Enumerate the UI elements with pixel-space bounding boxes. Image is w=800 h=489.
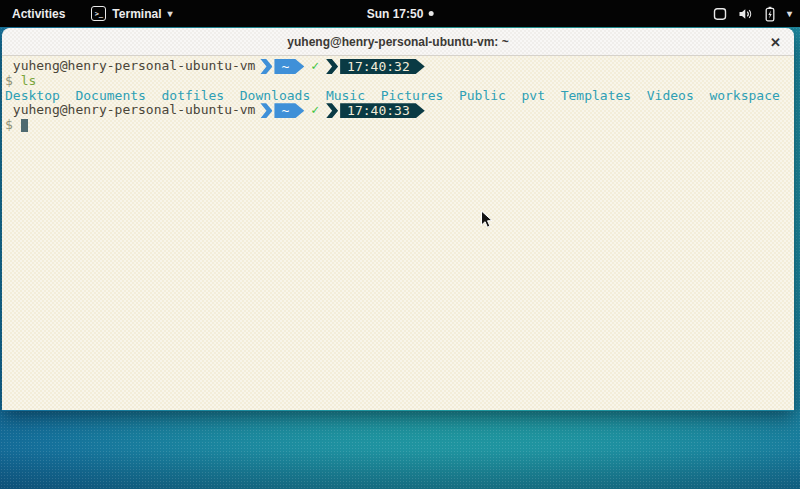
terminal-window: yuheng@henry-personal-ubuntu-vm: ~ ✕ yuh… [2,28,794,411]
directory-name: Music [326,89,365,104]
close-button[interactable]: ✕ [770,35,781,48]
window-title: yuheng@henry-personal-ubuntu-vm: ~ [287,35,508,49]
typed-command: ls [21,74,37,89]
directory-name: Downloads [240,89,310,104]
shell-prompt-line: yuheng@henry-personal-ubuntu-vm ~ ✓ 17:4… [5,59,794,74]
directory-name: dotfiles [162,89,225,104]
shell-prompt-line: yuheng@henry-personal-ubuntu-vm ~ ✓ 17:4… [5,103,794,118]
powerline-arrow-icon [326,59,338,74]
volume-icon [737,6,753,22]
battery-charging-icon [762,6,778,22]
chevron-down-icon: ▾ [787,9,792,19]
prompt-status-check-icon: ✓ [311,103,319,118]
top-bar-left: Activities >_ Terminal ▾ [8,6,177,21]
shell-symbol: $ [5,118,13,133]
terminal-app-icon: >_ [91,6,106,21]
screen: Activities >_ Terminal ▾ Sun 17:50 [0,0,800,489]
directory-name: Desktop [5,89,60,104]
prompt-time-segment: 17:40:33 [340,103,425,118]
mouse-cursor-icon [480,210,494,230]
powerline-arrow-icon [260,59,272,74]
terminal-content[interactable]: yuheng@henry-personal-ubuntu-vm ~ ✓ 17:4… [2,56,794,410]
shell-symbol: $ [5,74,13,89]
directory-name: Documents [75,89,145,104]
directory-name: Templates [561,89,631,104]
prompt-status-check-icon: ✓ [311,59,319,74]
ls-output-line: Desktop Documents dotfiles Downloads Mus… [5,89,794,104]
window-title-bar[interactable]: yuheng@henry-personal-ubuntu-vm: ~ ✕ [2,28,794,56]
prompt-cwd-segment: ~ [274,59,304,74]
prompt-cwd-segment: ~ [274,103,304,118]
prompt-user-host: yuheng@henry-personal-ubuntu-vm [5,103,255,118]
app-menu[interactable]: >_ Terminal ▾ [87,6,176,21]
clock-label: Sun 17:50 [367,7,424,21]
directory-name: Pictures [381,89,444,104]
display-icon [712,6,728,22]
prompt-time-segment: 17:40:32 [340,59,425,74]
top-bar: Activities >_ Terminal ▾ Sun 17:50 [0,0,800,27]
powerline-arrow-icon [260,103,272,118]
directory-name: Videos [647,89,694,104]
current-input-line[interactable]: $ [5,118,794,133]
powerline-arrow-icon [326,103,338,118]
prompt-user-host: yuheng@henry-personal-ubuntu-vm [5,59,255,74]
notification-dot-icon [428,11,433,16]
directory-name: workspace [709,89,779,104]
directory-name: Public [459,89,506,104]
directory-name: pvt [522,89,545,104]
command-line: $ ls [5,74,794,89]
system-status-area[interactable]: ▾ [712,6,792,22]
terminal-cursor [21,119,29,132]
activities-button[interactable]: Activities [8,7,69,21]
app-menu-label: Terminal [112,7,161,21]
chevron-down-icon: ▾ [167,9,172,19]
clock-menu[interactable]: Sun 17:50 [367,0,434,27]
